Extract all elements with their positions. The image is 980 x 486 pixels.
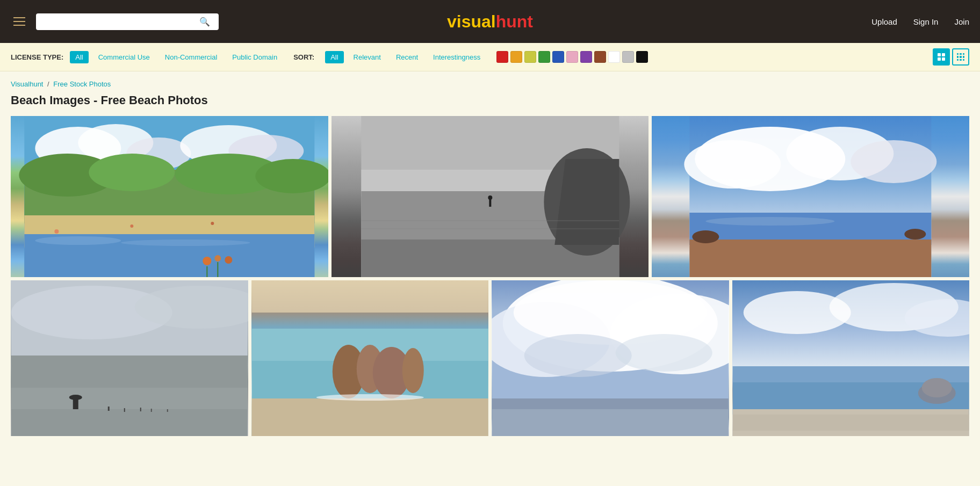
color-black[interactable] (636, 51, 648, 63)
color-swatches (496, 51, 648, 63)
photo-card-beach-sky[interactable] (652, 116, 969, 277)
small-grid-icon (957, 53, 964, 61)
sort-interestingness[interactable]: Interestingness (428, 51, 486, 63)
license-public-domain[interactable]: Public Domain (227, 51, 283, 63)
sort-all[interactable]: All (325, 51, 343, 63)
search-form: Beach 🔍 (36, 13, 219, 30)
large-grid-icon (938, 53, 945, 61)
join-link[interactable]: Join (954, 17, 969, 26)
license-all[interactable]: All (70, 51, 88, 63)
sort-relevant[interactable]: Relevant (348, 51, 386, 63)
filter-bar: LICENSE TYPE: All Commercial Use Non-Com… (0, 43, 980, 71)
color-pink[interactable] (566, 51, 578, 63)
color-brown[interactable] (594, 51, 606, 63)
breadcrumb-separator: / (47, 80, 51, 88)
photo-card-bw-figure[interactable] (11, 280, 248, 436)
color-blue[interactable] (552, 51, 564, 63)
license-commercial[interactable]: Commercial Use (93, 51, 155, 63)
photo-card-clouds-big[interactable] (492, 280, 729, 436)
photo-card-sea-rock-small[interactable] (732, 280, 970, 436)
header: Beach 🔍 visualhunt Upload Sign In Join (0, 0, 980, 43)
breadcrumb-current[interactable]: Free Stock Photos (53, 80, 111, 88)
search-icon: 🔍 (199, 17, 210, 26)
header-nav: Upload Sign In Join (871, 17, 969, 26)
color-orange[interactable] (510, 51, 522, 63)
sign-in-link[interactable]: Sign In (913, 17, 939, 26)
view-toggles (933, 48, 969, 66)
color-green[interactable] (538, 51, 550, 63)
photo-grid (0, 116, 980, 447)
upload-link[interactable]: Upload (871, 17, 897, 26)
breadcrumb-home[interactable]: Visualhunt (11, 80, 43, 88)
color-red[interactable] (496, 51, 508, 63)
sort-label: SORT: (293, 53, 314, 61)
photo-row-2 (11, 280, 969, 436)
search-input[interactable]: Beach (42, 17, 197, 26)
logo-visual: visual (447, 12, 496, 31)
photo-card-beach-bw[interactable] (332, 116, 649, 277)
page-title: Beach Images - Free Beach Photos (0, 91, 980, 116)
color-gray[interactable] (622, 51, 634, 63)
small-grid-view[interactable] (952, 48, 969, 66)
license-non-commercial[interactable]: Non-Commercial (160, 51, 223, 63)
logo-hunt: hunt (496, 12, 533, 31)
color-white[interactable] (608, 51, 620, 63)
search-button[interactable]: 🔍 (197, 17, 212, 27)
color-purple[interactable] (580, 51, 592, 63)
color-yellow[interactable] (524, 51, 536, 63)
license-label: LICENSE TYPE: (11, 53, 63, 61)
photo-card-rocks-sea[interactable] (251, 280, 489, 436)
photo-card-beach-crowd[interactable] (11, 116, 328, 277)
menu-button[interactable] (11, 14, 28, 28)
breadcrumb: Visualhunt / Free Stock Photos (0, 71, 980, 91)
large-grid-view[interactable] (933, 48, 950, 66)
sort-recent[interactable]: Recent (391, 51, 423, 63)
photo-row-1 (11, 116, 969, 277)
site-logo[interactable]: visualhunt (447, 12, 533, 32)
